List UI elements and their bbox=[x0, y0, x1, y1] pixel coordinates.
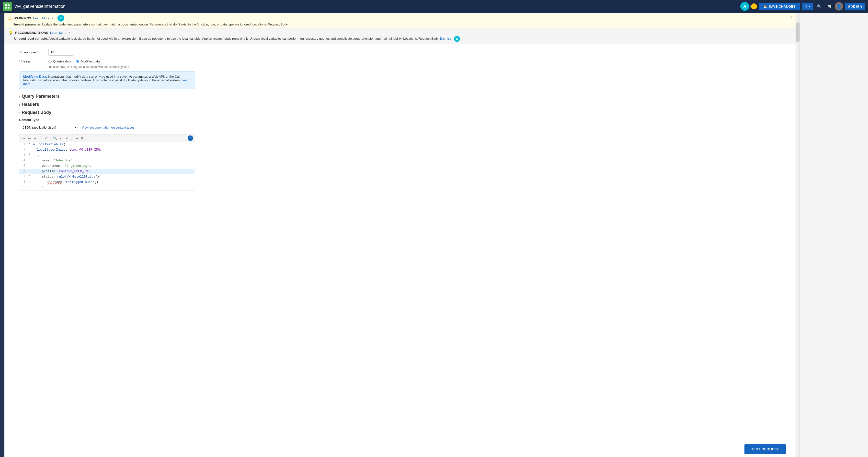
left-sidebar bbox=[0, 13, 4, 457]
toolbar-search-button[interactable]: 🔍 bbox=[52, 136, 58, 141]
code-line-4: 4 name: "John Doe", bbox=[19, 158, 195, 164]
svg-rect-3 bbox=[8, 7, 9, 8]
rec-learn-more-link[interactable]: Learn More bbox=[50, 31, 66, 34]
grid-icon: ⊞ bbox=[828, 4, 831, 8]
annotation-badge-d: D bbox=[454, 36, 460, 42]
modifying-data-bold: Modifying Data: bbox=[23, 75, 47, 78]
usage-radio-group: Queries data Modifies data bbox=[49, 59, 100, 63]
chevron-right-icon-2: › bbox=[19, 103, 20, 107]
user-avatar-button[interactable]: A bbox=[740, 2, 749, 11]
code-line-10: 10 } bbox=[19, 191, 195, 191]
grid-button[interactable]: ⊞ bbox=[826, 3, 833, 10]
modifies-data-radio[interactable] bbox=[76, 60, 79, 63]
appian-logo: appian bbox=[845, 3, 865, 10]
save-label: SAVE CHANGES bbox=[769, 5, 795, 8]
query-params-title: Query Parameters bbox=[22, 94, 60, 99]
scroll-track bbox=[796, 13, 800, 457]
code-line-6: 6 profile: cons!VM_USER_IMG, bbox=[19, 169, 195, 174]
code-line-7: 7 ▼ status: rule!VM_GetAllStatus()( bbox=[19, 174, 195, 180]
warning-message: Invalid parameter. Update the underlined… bbox=[8, 23, 792, 26]
test-request-button[interactable]: TEST REQUEST bbox=[744, 444, 786, 454]
app-icon bbox=[3, 2, 12, 11]
warning-indicator: ! bbox=[751, 3, 757, 9]
warning-indicator-line8: ⚠ bbox=[29, 180, 30, 183]
collapse-arrow-1[interactable]: ▼ bbox=[29, 142, 30, 145]
lightbulb-icon: 💡 bbox=[8, 30, 13, 35]
collapse-arrow-7[interactable]: ▼ bbox=[29, 174, 30, 177]
warning-learn-more-link[interactable]: Learn More bbox=[33, 17, 50, 20]
gear-icon: ⚙ bbox=[804, 5, 807, 8]
bottom-bar: TEST REQUEST bbox=[4, 441, 796, 457]
profile-avatar[interactable]: 👤 bbox=[835, 2, 843, 10]
dismiss-link[interactable]: Dismiss bbox=[440, 37, 452, 40]
right-panel bbox=[800, 13, 868, 457]
rec-title: RECOMMENDATIONS bbox=[15, 31, 48, 34]
headers-title: Headers bbox=[22, 102, 39, 107]
external-link-icon: ↗ bbox=[51, 17, 54, 20]
usage-label: * Usage bbox=[19, 59, 49, 63]
svg-rect-2 bbox=[5, 7, 7, 8]
queries-data-label: Queries data bbox=[53, 59, 71, 63]
settings-button[interactable]: ⚙ ▼ bbox=[802, 3, 813, 10]
queries-data-option[interactable]: Queries data bbox=[49, 59, 71, 63]
queries-data-radio[interactable] bbox=[49, 60, 52, 63]
search-icon: 🔍 bbox=[817, 4, 822, 8]
svg-rect-1 bbox=[8, 4, 9, 6]
page-title: VM_getVehicleInformation bbox=[14, 4, 738, 9]
timeout-row: Timeout (sec) ℹ bbox=[19, 49, 786, 56]
warning-title: WARNINGS bbox=[14, 17, 31, 20]
rec-message: Unused local variable. A local variable … bbox=[8, 36, 792, 42]
toolbar-clear-button[interactable]: ×! bbox=[64, 136, 69, 141]
code-line-8: 8 ⚠ usernaem: fn!loggedInuser() bbox=[19, 180, 195, 185]
query-params-section-header[interactable]: › Query Parameters bbox=[19, 94, 786, 99]
content-type-section: Content Type JSON (application/json) XML… bbox=[19, 118, 786, 131]
request-body-title: Request Body bbox=[22, 110, 51, 115]
doc-link[interactable]: View documentation on content types bbox=[82, 126, 134, 129]
content-type-select[interactable]: JSON (application/json) XML (application… bbox=[19, 124, 78, 131]
usage-hint: Indicate how this integration interacts … bbox=[49, 65, 786, 68]
collapse-arrow-3[interactable]: ▼ bbox=[29, 153, 30, 155]
chevron-right-icon: › bbox=[19, 94, 20, 98]
top-navigation: VM_getVehicleInformation A ! 💾 SAVE CHAN… bbox=[0, 0, 868, 13]
chevron-down-icon-2: › bbox=[18, 112, 22, 113]
toolbar-insert-button[interactable]: ⊡ bbox=[80, 136, 85, 141]
toolbar-comment-button[interactable]: /* bbox=[44, 136, 49, 141]
toolbar-separator-1 bbox=[50, 136, 51, 140]
toolbar-pi-button[interactable]: π bbox=[74, 136, 79, 141]
toolbar-wrap-button[interactable]: ⇤ bbox=[27, 136, 32, 141]
external-link-icon-2: ↗ bbox=[68, 31, 70, 34]
toolbar-unwrap-button[interactable]: ⇥ bbox=[33, 136, 38, 141]
headers-section-header[interactable]: › Headers bbox=[19, 102, 786, 107]
toolbar-help-icon[interactable]: ? bbox=[188, 136, 193, 141]
toolbar-edit-button[interactable]: ✏ bbox=[21, 136, 26, 141]
code-line-5: 5 department: "Engineering", bbox=[19, 164, 195, 169]
modifying-data-info-box: Modifying Data: Integrations that modify… bbox=[19, 72, 195, 89]
editor-toolbar: ✏ ⇤ ⇥ ☰ /* 🔍 ⇄ ×! ƒ π ⊡ ? bbox=[19, 134, 195, 142]
code-line-2: 2 local!userImage: cons!VM_USER_IMG, bbox=[19, 147, 195, 153]
usage-row: * Usage Queries data Modifies data bbox=[19, 59, 786, 63]
annotation-badge-c: C bbox=[58, 15, 64, 22]
save-icon: 💾 bbox=[763, 5, 768, 8]
request-body-section-header[interactable]: › Request Body bbox=[19, 110, 786, 115]
chevron-down-icon: ▼ bbox=[808, 5, 811, 8]
code-line-3: 3 ▼ { bbox=[19, 153, 195, 158]
modifies-data-option[interactable]: Modifies data bbox=[76, 59, 99, 63]
warning-triangle-icon: ⚠ bbox=[8, 16, 12, 21]
search-button[interactable]: 🔍 bbox=[815, 3, 824, 10]
toolbar-swap-button[interactable]: ⇄ bbox=[59, 136, 64, 141]
code-line-9: 9 ) bbox=[19, 185, 195, 191]
info-icon[interactable]: ℹ bbox=[39, 51, 41, 54]
timeout-input[interactable] bbox=[49, 49, 73, 56]
svg-rect-0 bbox=[5, 4, 7, 6]
scroll-handle[interactable] bbox=[796, 23, 800, 42]
timeout-label: Timeout (sec) ℹ bbox=[19, 51, 49, 54]
toolbar-block-button[interactable]: ☰ bbox=[38, 136, 43, 141]
recommendation-banner: 💡 RECOMMENDATIONS Learn More ↗ Unused lo… bbox=[4, 28, 796, 44]
form-content: Timeout (sec) ℹ * Usage Queries data bbox=[4, 44, 796, 441]
modifies-data-label: Modifies data bbox=[81, 59, 99, 63]
toolbar-function-button[interactable]: ƒ bbox=[70, 136, 74, 141]
code-editor[interactable]: 1 ▼ a!localVariables( 2 local!userImage:… bbox=[19, 142, 195, 191]
content-type-row: JSON (application/json) XML (application… bbox=[19, 124, 786, 131]
save-changes-button[interactable]: 💾 SAVE CHANGES bbox=[759, 3, 800, 10]
close-warning-button[interactable]: × bbox=[790, 15, 793, 20]
